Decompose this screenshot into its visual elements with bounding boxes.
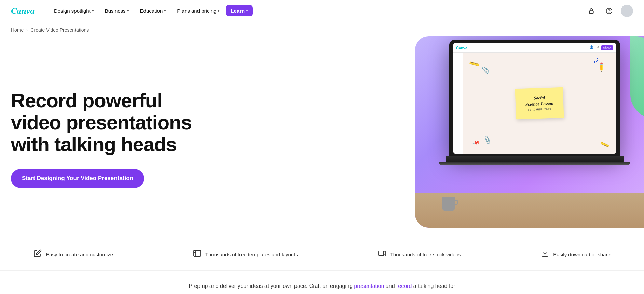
hero-image-container: Canva 👤+ 👁 Share 📏 [415,36,644,228]
feature-separator-0 [153,249,153,259]
cta-button[interactable]: Start Designing Your Video Presentation [11,169,144,188]
bottom-link-record[interactable]: record [396,283,412,289]
feature-text-1: Thousands of free templates and layouts [205,252,298,257]
chevron-down-icon: ▾ [218,9,220,13]
sticky-note-subtitle: TEACHER YAEL [527,108,552,112]
laptop-screen-inner: Canva 👤+ 👁 Share 📏 [453,43,616,154]
canva-sidebar [453,53,463,154]
nav-right [585,5,633,17]
chevron-down-icon: ▾ [92,9,94,13]
laptop-mockup: Canva 👤+ 👁 Share 📏 [439,40,630,204]
avatar[interactable] [621,5,633,17]
paperclip-decoration-1: 📎 [482,66,489,74]
feature-text-0: Easy to create and customize [46,252,113,257]
ruler-blue-decoration: 📏 [600,139,611,150]
svg-text:Canva: Canva [11,6,35,16]
nav-item-plans-pricing[interactable]: Plans and pricing ▾ [172,5,224,16]
bottom-text-before: Prep up and deliver your ideas at your o… [189,283,352,289]
canva-main-area: 📏 📏 ✏️ 📎 📎 🖊 📌 Social [453,53,616,154]
nav-item-learn[interactable]: Learn ▾ [226,5,253,16]
features-strip: Easy to create and customize Thousands o… [0,238,644,270]
nav-item-design-spotlight[interactable]: Design spotlight ▾ [49,5,99,16]
laptop-screen-outer: Canva 👤+ 👁 Share 📏 [449,40,620,156]
navbar: Canva Design spotlight ▾ Business ▾ Educ… [0,0,644,22]
hero-title: Record powerful video presentations with… [11,90,340,155]
svg-point-3 [609,12,609,12]
templates-icon [193,249,201,259]
ruler-red-decoration: 📏 [468,58,480,70]
download-icon [541,249,549,259]
coffee-mug [442,197,455,211]
nav-items: Design spotlight ▾ Business ▾ Education … [49,5,585,16]
chevron-down-icon: ▾ [246,9,248,13]
feature-item-3: Easily download or share [541,249,611,259]
svg-rect-5 [379,251,384,256]
canva-logo-small: Canva [456,46,467,50]
nav-item-education[interactable]: Education ▾ [135,5,171,16]
svg-rect-1 [589,11,593,13]
sticky-note: Social Science Lesson TEACHER YAEL [515,87,564,120]
pencil-red-decoration: 📌 [472,139,480,146]
feature-text-2: Thousands of free stock videos [390,252,461,257]
svg-rect-4 [194,250,201,256]
plant-decoration [630,36,644,118]
nav-item-business[interactable]: Business ▾ [100,5,134,16]
hero-image-wrap: Canva 👤+ 👁 Share 📏 [415,33,644,231]
laptop-base [446,156,624,163]
feature-item-0: Easy to create and customize [33,249,113,259]
bottom-section: Prep up and deliver your ideas at your o… [0,270,644,294]
feature-separator-2 [501,249,501,259]
canva-app-bar: Canva 👤+ 👁 Share [453,43,616,53]
breadcrumb-home[interactable]: Home [11,27,24,33]
lock-icon-button[interactable] [585,5,598,17]
chevron-down-icon: ▾ [164,9,166,13]
breadcrumb: Home › Create Video Presentations [0,22,644,33]
canva-canvas: 📏 📏 ✏️ 📎 📎 🖊 📌 Social [463,53,616,154]
canva-bar-right: 👤+ 👁 Share [590,45,613,50]
bottom-link-presentation[interactable]: presentation [354,283,384,289]
video-icon [378,249,386,259]
breadcrumb-separator: › [26,28,28,32]
feature-item-2: Thousands of free stock videos [378,249,461,259]
laptop-foot [439,162,630,165]
help-icon-button[interactable] [603,5,615,17]
feature-separator-1 [338,249,338,259]
edit-icon [33,249,42,259]
hero-content: Record powerful video presentations with… [11,76,353,188]
chevron-down-icon: ▾ [127,9,129,13]
paperclip-decoration-2: 📎 [482,135,492,145]
feature-item-1: Thousands of free templates and layouts [193,249,298,259]
breadcrumb-current: Create Video Presentations [30,27,89,33]
sticky-note-title: Social Science Lesson [525,95,553,107]
canva-logo[interactable]: Canva [11,5,38,17]
feature-text-3: Easily download or share [553,252,611,257]
marker-decoration: 🖊 [593,58,599,64]
canva-share-btn[interactable]: Share [601,45,613,50]
hero-section: Record powerful video presentations with… [0,33,644,231]
